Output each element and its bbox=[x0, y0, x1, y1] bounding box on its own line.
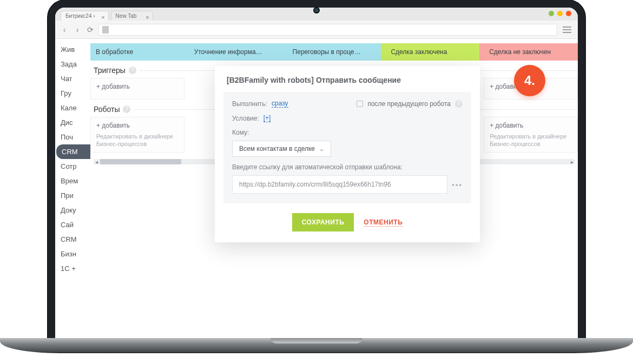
close-icon[interactable]: × bbox=[101, 12, 104, 22]
browser-address-bar: ‹ › ⟳ bbox=[55, 21, 578, 39]
stage-column: + добавить Редактировать в дизайнере Биз… bbox=[90, 117, 184, 153]
address-field[interactable] bbox=[98, 24, 557, 36]
pipeline-stage[interactable]: Переговоры в проце… bbox=[283, 43, 381, 61]
laptop-camera bbox=[314, 8, 319, 12]
more-options-icon[interactable]: ••• bbox=[452, 181, 463, 189]
scroll-left-arrow[interactable]: ◂ bbox=[94, 159, 99, 164]
sidebar-item[interactable]: Гру bbox=[55, 86, 90, 101]
menu-icon[interactable] bbox=[561, 24, 573, 36]
section-title: Роботы bbox=[94, 105, 120, 114]
sidebar-item[interactable]: Доку bbox=[55, 203, 90, 217]
robots-columns: + добавить Редактировать в дизайнере Биз… bbox=[90, 117, 578, 156]
page-body: Жив Зада Чат Гру Кале Дис Поч CRM Сотр В… bbox=[55, 39, 578, 346]
sidebar-item[interactable]: Чат bbox=[55, 71, 90, 86]
pipeline-stage[interactable]: Сделка не заключен bbox=[479, 43, 578, 61]
add-robot-link[interactable]: + добавить bbox=[96, 122, 130, 129]
cancel-button[interactable]: ОТМЕНИТЬ bbox=[364, 219, 403, 227]
sidebar: Жив Зада Чат Гру Кале Дис Поч CRM Сотр В… bbox=[55, 39, 90, 346]
link-field-label: Введите ссылку для автоматической отправ… bbox=[232, 163, 463, 171]
stage-column: + добавить bbox=[90, 78, 184, 100]
designer-note[interactable]: Редактировать в дизайнере Бизнес-процесс… bbox=[490, 133, 572, 148]
designer-note[interactable]: Редактировать в дизайнере Бизнес-процесс… bbox=[96, 133, 179, 148]
help-icon[interactable]: ? bbox=[129, 67, 136, 74]
sidebar-item-crm[interactable]: CRM bbox=[56, 144, 90, 159]
triggers-columns: + добавить + добавить bbox=[90, 78, 578, 103]
sidebar-item[interactable]: Поч bbox=[55, 130, 90, 144]
template-url-input[interactable]: https://dp.b2bfamily.com/crm/8i5sqq159ex… bbox=[232, 175, 447, 194]
stage-column: + добавить Редактировать в дизайнере Биз… bbox=[484, 117, 578, 153]
add-robot-link[interactable]: + добавить bbox=[490, 122, 523, 129]
page-icon bbox=[102, 26, 109, 34]
sidebar-item[interactable]: Врем bbox=[55, 174, 90, 188]
tab-title: Битрикс24 › bbox=[65, 13, 95, 19]
pipeline-stage[interactable]: В обработке bbox=[90, 43, 184, 61]
sidebar-item[interactable]: Сай bbox=[55, 217, 90, 232]
horizontal-scrollbar[interactable]: ◂ ▸ bbox=[94, 159, 575, 164]
pipeline-stage[interactable]: Уточнение информа… bbox=[184, 43, 283, 61]
main-area: В обработке Уточнение информа… Переговор… bbox=[90, 39, 578, 346]
scroll-thumb[interactable] bbox=[100, 159, 181, 164]
back-button[interactable]: ‹ bbox=[60, 25, 69, 35]
screen: Битрикс24 › × New Tab × ‹ › ⟳ bbox=[55, 8, 578, 346]
section-title: Триггеры bbox=[94, 66, 126, 75]
help-icon[interactable]: ? bbox=[123, 105, 130, 113]
sidebar-item[interactable]: При bbox=[55, 188, 90, 203]
sidebar-item[interactable]: Сотр bbox=[55, 159, 90, 174]
modal-footer: СОХРАНИТЬ ОТМЕНИТЬ bbox=[215, 203, 480, 231]
triggers-heading: Триггеры ? bbox=[94, 66, 578, 75]
reload-button[interactable]: ⟳ bbox=[85, 25, 95, 35]
sidebar-item[interactable]: Зада bbox=[55, 57, 90, 71]
sidebar-item[interactable]: CRM bbox=[55, 232, 90, 247]
browser-tab[interactable]: New Tab × bbox=[111, 11, 153, 21]
link-row: https://dp.b2bfamily.com/crm/8i5sqq159ex… bbox=[232, 175, 463, 194]
laptop-frame: Битрикс24 › × New Tab × ‹ › ⟳ bbox=[48, 0, 585, 346]
url-value: https://dp.b2bfamily.com/crm/8i5sqq159ex… bbox=[239, 181, 391, 188]
window-minimize-dot[interactable] bbox=[549, 11, 554, 16]
pipeline-stage[interactable]: Сделка заключена bbox=[381, 43, 479, 61]
sidebar-item[interactable]: Дис bbox=[55, 115, 90, 130]
step-badge: 4. bbox=[514, 65, 545, 96]
sidebar-item[interactable]: 1C + bbox=[55, 261, 90, 276]
save-button[interactable]: СОХРАНИТЬ bbox=[292, 213, 354, 231]
add-trigger-link[interactable]: + добавить bbox=[96, 83, 130, 90]
laptop-base bbox=[0, 338, 633, 353]
browser-tab-active[interactable]: Битрикс24 › × bbox=[61, 11, 109, 21]
window-maximize-dot[interactable] bbox=[557, 11, 563, 16]
forward-button[interactable]: › bbox=[72, 25, 82, 35]
tab-title: New Tab bbox=[116, 13, 137, 19]
robots-heading: Роботы ? bbox=[94, 105, 578, 114]
pipeline-stages: В обработке Уточнение информа… Переговор… bbox=[90, 43, 578, 61]
sidebar-item[interactable]: Бизн bbox=[55, 247, 90, 261]
scroll-right-arrow[interactable]: ▸ bbox=[569, 159, 575, 164]
window-close-dot[interactable] bbox=[566, 11, 571, 16]
sidebar-item[interactable]: Жив bbox=[55, 42, 90, 57]
sidebar-item[interactable]: Кале bbox=[55, 101, 90, 115]
window-controls bbox=[549, 11, 571, 16]
close-icon[interactable]: × bbox=[146, 12, 149, 22]
